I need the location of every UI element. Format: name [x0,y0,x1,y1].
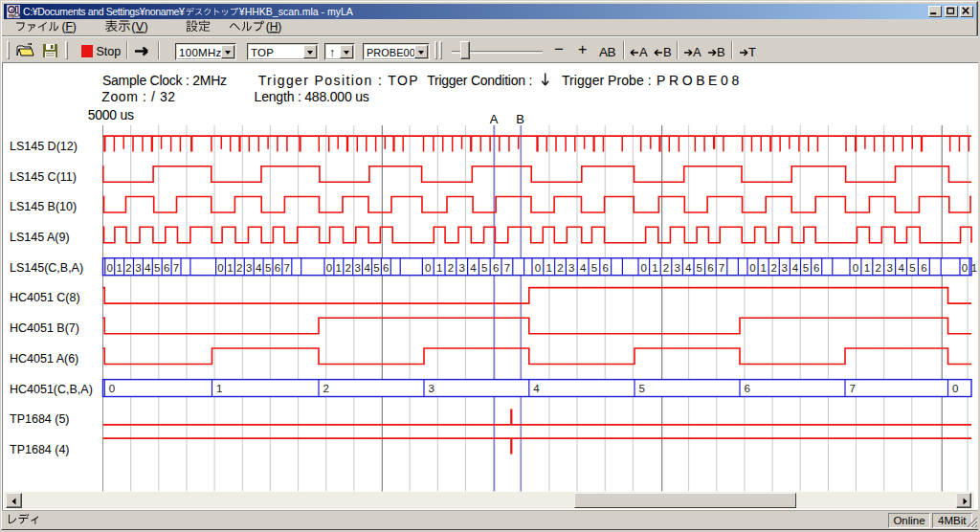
svg-text:7: 7 [850,383,856,394]
svg-text:4: 4 [364,262,370,274]
svg-text:2: 2 [345,262,351,274]
svg-text:0: 0 [853,262,858,274]
svg-text:0: 0 [749,262,755,274]
svg-text:1: 1 [336,262,342,274]
svg-text:0: 0 [962,262,968,274]
svg-text:5: 5 [591,262,597,274]
svg-text:2: 2 [323,383,329,394]
svg-text:3: 3 [354,262,360,274]
svg-text:4: 4 [470,262,477,274]
svg-text:0: 0 [952,383,958,394]
svg-text:0: 0 [641,262,647,274]
svg-text:1: 1 [864,262,870,274]
svg-text:3: 3 [429,383,434,394]
svg-text:1: 1 [971,262,977,274]
svg-text:1: 1 [652,262,657,274]
svg-text:6: 6 [493,262,499,274]
svg-text:7: 7 [719,262,724,274]
svg-text:Trigger Probe :: Trigger Probe : [562,73,652,88]
svg-text:6: 6 [707,262,713,274]
svg-text:3: 3 [886,262,892,274]
svg-text:3: 3 [458,262,464,274]
svg-text:4: 4 [685,262,692,274]
svg-text:A: A [490,112,499,126]
svg-text:6: 6 [383,262,389,274]
svg-text:3: 3 [568,262,574,274]
svg-text:0: 0 [326,262,332,274]
svg-text:PROBE08: PROBE08 [657,73,743,88]
svg-text:6: 6 [813,262,819,274]
svg-text:3: 3 [782,262,788,274]
svg-text:7: 7 [504,262,510,274]
svg-text:4: 4 [580,262,587,274]
svg-text:0: 0 [425,262,431,274]
svg-text:2: 2 [663,262,669,274]
svg-text:3: 3 [674,262,679,274]
svg-text:1: 1 [760,262,766,274]
svg-text:5: 5 [697,262,702,274]
svg-text:1: 1 [546,262,551,274]
svg-text:5: 5 [481,262,487,274]
svg-text:B: B [516,112,524,126]
svg-text:2: 2 [876,262,881,274]
svg-text:6: 6 [602,262,608,274]
svg-text:5: 5 [803,262,809,274]
svg-text:4: 4 [533,383,540,394]
svg-text:4: 4 [898,262,904,274]
svg-text:5: 5 [373,262,379,274]
svg-text:Trigger Condition :: Trigger Condition : [427,73,532,88]
svg-text:2: 2 [771,262,777,274]
svg-text:6: 6 [745,383,750,394]
svg-text:4: 4 [792,262,799,274]
svg-text:6: 6 [921,262,926,274]
svg-text:5: 5 [639,383,645,394]
svg-text:0: 0 [535,262,541,274]
svg-text:1: 1 [436,262,442,274]
svg-text:2: 2 [557,262,563,274]
svg-text:2: 2 [448,262,454,274]
svg-text:5: 5 [909,262,915,274]
